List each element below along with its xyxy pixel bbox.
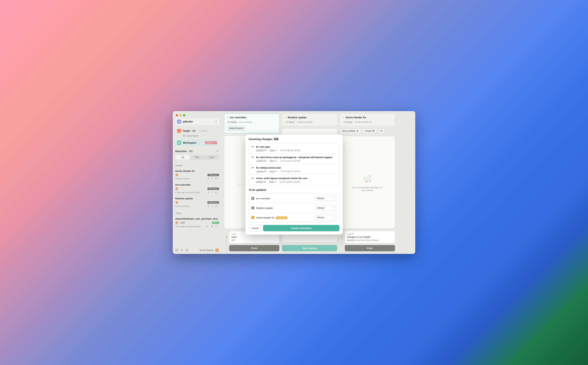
action-select-wrap: Rebase — [315, 215, 337, 220]
modal-overlay: Incoming changes 38 fix: test typo 6c003… — [173, 111, 415, 254]
action-select[interactable]: Rebase — [315, 215, 337, 220]
action-select[interactable]: Rebase — [315, 205, 337, 211]
external-link-icon — [275, 181, 276, 183]
incoming-commit-list: fix: test typo 6c0033b • Open • 23 min a… — [249, 143, 339, 185]
svg-rect-30 — [265, 161, 266, 161]
copy-icon[interactable] — [264, 160, 266, 162]
svg-point-25 — [252, 146, 253, 147]
modal-count-badge: 38 — [274, 138, 279, 140]
update-row: ⊱ Readme update Rebase — [249, 203, 339, 213]
commit-glyph-icon — [251, 156, 254, 158]
update-section: To be updated: ⊱ env overrides Rebase ⊱ … — [245, 185, 343, 225]
branch-square-icon: ⊱ — [251, 197, 254, 200]
svg-point-34 — [252, 178, 253, 179]
open-link[interactable]: Open — [270, 149, 277, 151]
cancel-button[interactable]: Cancel — [249, 225, 261, 231]
modal-footer: Cancel Update workspace — [245, 225, 343, 235]
modal-header: Incoming changes 38 — [245, 135, 343, 143]
commit-glyph-icon — [251, 146, 254, 148]
external-link-icon — [275, 171, 277, 172]
copy-icon[interactable] — [264, 149, 266, 151]
external-link-icon — [275, 150, 277, 151]
conflict-badge: Conflicted — [276, 217, 287, 219]
svg-rect-27 — [265, 150, 266, 151]
action-select-wrap: Rebase — [315, 196, 337, 201]
commit-hash[interactable]: cca1052 — [256, 160, 266, 162]
copy-icon[interactable] — [264, 181, 266, 183]
branch-square-icon: ⊱ — [251, 216, 254, 219]
external-link-icon — [275, 160, 277, 162]
incoming-changes-modal: Incoming changes 38 fix: test typo 6c003… — [245, 135, 343, 235]
update-workspace-button[interactable]: Update workspace — [263, 225, 339, 231]
commit-hash[interactable]: e5f63c5 — [256, 181, 266, 183]
svg-rect-36 — [264, 182, 266, 182]
svg-point-31 — [252, 167, 253, 168]
update-list: ⊱ env overrides Rebase ⊱ Readme update R… — [249, 194, 339, 222]
commit-row[interactable]: fix: dont force runes on packages/ui - s… — [249, 154, 339, 164]
svg-rect-33 — [265, 171, 266, 172]
action-select[interactable]: Rebase — [315, 196, 337, 201]
commit-row[interactable]: fix: failing service.test 7cae1e6 • Open… — [249, 164, 339, 175]
update-row: ⊱ env overrides Rebase — [249, 194, 339, 203]
commit-hash[interactable]: 7cae1e6 — [256, 170, 266, 172]
svg-point-28 — [252, 157, 253, 158]
commit-glyph-icon — [251, 167, 254, 168]
app-window: G gitbutler Target 38 10 min origin/mast… — [173, 111, 415, 254]
copy-icon[interactable] — [264, 170, 266, 172]
branch-square-icon: ⊱ — [251, 207, 254, 210]
open-link[interactable]: Open — [269, 181, 276, 183]
commit-glyph-icon — [251, 177, 254, 179]
action-select-wrap: Rebase — [315, 205, 337, 211]
open-link[interactable]: Open — [270, 160, 277, 162]
open-link[interactable]: Open — [270, 170, 277, 172]
commit-row[interactable]: chore: eslint ignore storybook stories f… — [249, 175, 339, 185]
update-row: ⊱ Series Header fix Conflicted Rebase — [249, 213, 339, 222]
commit-hash[interactable]: 6c0033b — [256, 149, 266, 151]
commit-row[interactable]: fix: test typo 6c0033b • Open • 23 min a… — [249, 143, 339, 154]
